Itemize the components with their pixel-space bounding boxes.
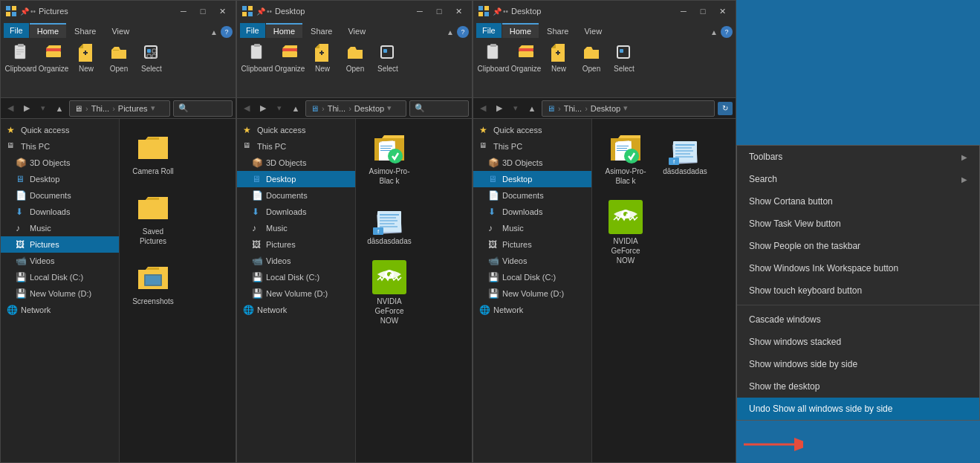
organize-btn-2[interactable]: Organize	[274, 41, 305, 75]
sidebar-documents-2[interactable]: 📄 Documents	[237, 187, 355, 204]
sidebar-ddrive-1[interactable]: 💾 New Volume (D:)	[1, 285, 119, 302]
cm-keyboard[interactable]: Show touch keyboard button	[737, 279, 979, 302]
back-btn-1[interactable]: ◀	[4, 102, 17, 115]
file-nvidia-2[interactable]: NVIDIA GeForce NOW	[363, 256, 415, 328]
sidebar-cdrive-2[interactable]: 💾 Local Disk (C:)	[237, 269, 355, 285]
sidebar-music-1[interactable]: ♪ Music	[1, 220, 119, 236]
tab-file-3[interactable]: File	[476, 23, 502, 38]
cm-desktop[interactable]: Show the desktop	[737, 375, 979, 398]
sidebar-documents-1[interactable]: 📄 Documents	[1, 187, 119, 204]
address-path-1[interactable]: 🖥 › Thi... › Pictures ▾	[69, 100, 170, 117]
tab-home-3[interactable]: Home	[502, 23, 539, 38]
sidebar-thispc-3[interactable]: 🖥 This PC	[473, 138, 591, 155]
tab-share-1[interactable]: Share	[67, 23, 103, 38]
forward-btn-3[interactable]: ▶	[493, 102, 506, 115]
select-btn-2[interactable]: Select	[372, 41, 403, 75]
recent-btn-1[interactable]: ▾	[36, 102, 50, 115]
sidebar-documents-3[interactable]: 📄 Documents	[473, 187, 591, 204]
sidebar-pictures-3[interactable]: 🖼 Pictures	[473, 236, 591, 253]
tab-view-2[interactable]: View	[340, 23, 373, 38]
tab-file-1[interactable]: File	[4, 23, 29, 38]
open-btn-2[interactable]: Open	[340, 41, 371, 75]
cm-sidebyside[interactable]: Show windows side by side	[737, 353, 979, 375]
sidebar-quickaccess-2[interactable]: ★ Quick access	[237, 122, 355, 138]
sidebar-desktop-2[interactable]: 🖥 Desktop	[237, 171, 355, 187]
up-btn-2[interactable]: ▲	[289, 102, 302, 115]
tab-home-1[interactable]: Home	[30, 23, 66, 38]
tab-home-2[interactable]: Home	[266, 23, 302, 38]
minimize-btn-1[interactable]: ─	[175, 4, 192, 18]
sidebar-3dobjects-1[interactable]: 📦 3D Objects	[1, 155, 119, 171]
forward-btn-1[interactable]: ▶	[20, 102, 33, 115]
search-box-2[interactable]: 🔍	[409, 100, 469, 117]
tab-file-2[interactable]: File	[240, 23, 265, 38]
search-box-1[interactable]: 🔍	[173, 100, 233, 117]
sidebar-videos-1[interactable]: 📹 Videos	[1, 253, 119, 269]
cm-cortana[interactable]: Show Cortana button	[737, 190, 979, 213]
sidebar-videos-3[interactable]: 📹 Videos	[473, 253, 591, 269]
sidebar-thispc-2[interactable]: 🖥 This PC	[237, 138, 355, 155]
help-btn-2[interactable]: ?	[457, 26, 469, 38]
sidebar-desktop-3[interactable]: 🖥 Desktop	[473, 171, 591, 187]
refresh-btn-3[interactable]: ↻	[718, 102, 733, 115]
cm-people[interactable]: Show People on the taskbar	[737, 235, 979, 257]
recent-btn-2[interactable]: ▾	[273, 102, 286, 115]
forward-btn-2[interactable]: ▶	[256, 102, 270, 115]
tab-share-2[interactable]: Share	[303, 23, 340, 38]
clipboard-btn-1[interactable]: Clipboard	[5, 41, 36, 75]
select-btn-1[interactable]: Select	[136, 41, 167, 75]
close-btn-2[interactable]: ✕	[450, 4, 467, 18]
up-btn-3[interactable]: ▲	[525, 102, 539, 115]
organize-btn-3[interactable]: Organize	[510, 41, 542, 75]
file-camera-roll[interactable]: Camera Roll	[127, 126, 179, 179]
sidebar-network-1[interactable]: 🌐 Network	[1, 302, 119, 318]
close-btn-3[interactable]: ✕	[713, 4, 731, 18]
sidebar-music-2[interactable]: ♪ Music	[237, 220, 355, 236]
cm-stacked[interactable]: Show windows stacked	[737, 331, 979, 353]
file-saved-pictures[interactable]: Saved Pictures	[127, 187, 179, 249]
sidebar-ddrive-3[interactable]: 💾 New Volume (D:)	[473, 285, 591, 302]
file-das-3[interactable]: f dāsdasdadas	[659, 126, 711, 189]
sidebar-cdrive-3[interactable]: 💾 Local Disk (C:)	[473, 269, 591, 285]
help-btn-1[interactable]: ?	[221, 26, 233, 38]
sidebar-3dobjects-2[interactable]: 📦 3D Objects	[237, 155, 355, 171]
sidebar-downloads-1[interactable]: ⬇ Downloads	[1, 204, 119, 220]
sidebar-music-3[interactable]: ♪ Music	[473, 220, 591, 236]
sidebar-thispc-1[interactable]: 🖥 This PC	[1, 138, 119, 155]
help-btn-3[interactable]: ?	[721, 26, 733, 38]
sidebar-desktop-1[interactable]: 🖥 Desktop	[1, 171, 119, 187]
cm-toolbars[interactable]: Toolbars ▶	[737, 146, 979, 168]
close-btn-1[interactable]: ✕	[213, 4, 231, 18]
tab-view-1[interactable]: View	[104, 23, 137, 38]
clipboard-btn-2[interactable]: Clipboard	[241, 41, 273, 75]
cm-ink[interactable]: Show Windows Ink Workspace button	[737, 257, 979, 279]
sidebar-downloads-3[interactable]: ⬇ Downloads	[473, 204, 591, 220]
new-btn-2[interactable]: New	[307, 41, 338, 75]
cm-search[interactable]: Search ▶	[737, 168, 979, 190]
file-screenshots[interactable]: Screenshots	[127, 256, 179, 309]
address-path-2[interactable]: 🖥 › Thi... › Desktop ▾	[305, 100, 406, 117]
organize-btn-1[interactable]: Organize	[38, 41, 69, 75]
sidebar-quickaccess-3[interactable]: ★ Quick access	[473, 122, 591, 138]
select-btn-3[interactable]: Select	[609, 41, 640, 75]
clipboard-btn-3[interactable]: Clipboard	[478, 41, 509, 75]
cm-taskview[interactable]: Show Task View button	[737, 213, 979, 235]
new-btn-3[interactable]: New	[543, 41, 574, 75]
recent-btn-3[interactable]: ▾	[509, 102, 522, 115]
file-nvidia-3[interactable]: NVIDIA GeForce NOW	[600, 196, 652, 268]
sidebar-network-3[interactable]: 🌐 Network	[473, 302, 591, 318]
address-path-3[interactable]: 🖥 › Thi... › Desktop ▾	[542, 100, 715, 117]
back-btn-2[interactable]: ◀	[240, 102, 253, 115]
file-asimov-3[interactable]: Asimov-Pro-Blac k	[600, 126, 652, 189]
sidebar-downloads-2[interactable]: ⬇ Downloads	[237, 204, 355, 220]
sidebar-pictures-2[interactable]: 🖼 Pictures	[237, 236, 355, 253]
cm-cascade[interactable]: Cascade windows	[737, 308, 979, 331]
new-btn-1[interactable]: New	[71, 41, 102, 75]
maximize-btn-1[interactable]: □	[194, 4, 212, 18]
file-asimov-2[interactable]: Asimov-Pro-Blac k	[363, 126, 415, 189]
tab-share-3[interactable]: Share	[539, 23, 576, 38]
minimize-btn-3[interactable]: ─	[675, 4, 692, 18]
cm-undo[interactable]: Undo Show all windows side by side	[737, 398, 979, 420]
tab-view-3[interactable]: View	[577, 23, 609, 38]
sidebar-ddrive-2[interactable]: 💾 New Volume (D:)	[237, 285, 355, 302]
